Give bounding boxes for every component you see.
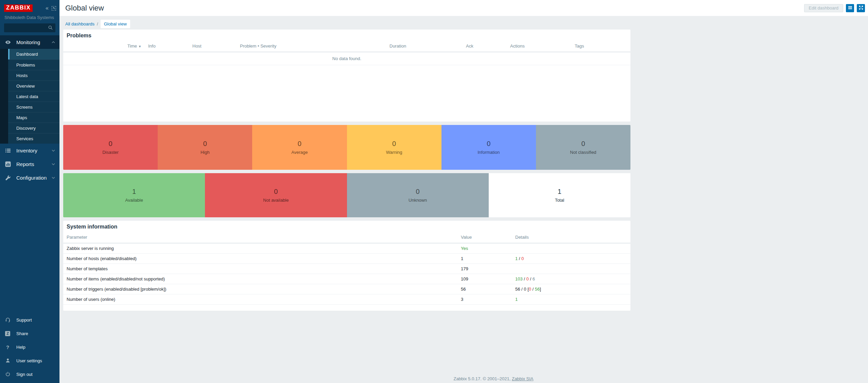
fullscreen-arrows-icon	[858, 5, 864, 11]
list-icon	[5, 147, 11, 153]
sidebar-item-user-settings[interactable]: User settings	[0, 354, 59, 367]
severity-label: Information	[478, 150, 500, 155]
sidebar-item-help[interactable]: ?Help	[0, 340, 59, 354]
details-cell: 103 / 0 / 6	[512, 274, 630, 284]
column-header-actions: Actions	[507, 40, 571, 52]
chevron-up-icon	[52, 41, 55, 43]
sidebar-item-label: Screens	[16, 105, 33, 110]
column-header-info: Info	[145, 40, 189, 52]
sidebar-section-header-inventory[interactable]: Inventory	[0, 144, 59, 157]
availability-block-total: 1Total	[489, 173, 630, 217]
sidebar-section-header-configuration[interactable]: Configuration	[0, 171, 59, 184]
sidebar-section-header-monitoring[interactable]: Monitoring	[0, 35, 59, 49]
sidebar-section-label: Monitoring	[16, 39, 40, 45]
value-cell: 3	[457, 294, 512, 305]
headset-icon	[5, 317, 11, 323]
main-menu: MonitoringDashboardProblemsHostsOverview…	[0, 35, 59, 184]
submenu-monitoring: DashboardProblemsHostsOverviewLatest dat…	[0, 49, 59, 144]
sidebar-item-maps[interactable]: Maps	[0, 112, 59, 123]
parameter-cell: Number of hosts (enabled/disabled)	[63, 254, 457, 264]
server-name: Shibboleth Data Systems	[4, 15, 55, 20]
sidebar-section-header-reports[interactable]: Reports	[0, 157, 59, 171]
table-row: Number of items (enabled/disabled/not su…	[63, 274, 630, 284]
table-row: Number of hosts (enabled/disabled)11 / 0	[63, 254, 630, 264]
sidebar-item-label: Support	[16, 317, 32, 323]
sidebar-item-label: Discovery	[16, 126, 36, 131]
edit-dashboard-button[interactable]: Edit dashboard	[804, 4, 843, 12]
system-information-widget: System information Parameter Value Detai…	[63, 221, 630, 311]
column-header-time[interactable]: Time▼	[63, 40, 145, 52]
severity-count: 0	[109, 140, 112, 148]
severity-block-not-classified: 0Not classified	[536, 125, 630, 170]
sidebar-item-services[interactable]: Services	[0, 133, 59, 144]
availability-block-available: 1Available	[63, 173, 205, 217]
no-data-message: No data found.	[63, 52, 630, 65]
severity-count: 0	[298, 140, 301, 148]
problems-by-severity-widget: 0Disaster0High0Average0Warning0Informati…	[63, 125, 630, 170]
severity-block-disaster: 0Disaster	[63, 125, 158, 170]
sidebar-item-discovery[interactable]: Discovery	[0, 123, 59, 133]
question-icon: ?	[5, 344, 11, 350]
power-icon	[5, 371, 11, 377]
sidebar-item-hosts[interactable]: Hosts	[0, 70, 59, 80]
severity-block-average: 0Average	[252, 125, 347, 170]
search-icon[interactable]	[48, 25, 53, 30]
sidebar-footer-menu: SupportZShare?HelpUser settingsSign out	[0, 313, 59, 381]
sidebar-item-share[interactable]: ZShare	[0, 327, 59, 340]
page-header: Global view Edit dashboard	[59, 0, 868, 16]
details-cell	[512, 243, 630, 254]
problems-table: Time▼InfoHostProblem • SeverityDurationA…	[63, 40, 630, 65]
kiosk-mode-button[interactable]	[857, 4, 865, 12]
footer-version-text: Zabbix 5.0.17. © 2001–2021,	[453, 376, 511, 381]
sidebar-item-overview[interactable]: Overview	[0, 80, 59, 91]
zabbix-sia-link[interactable]: Zabbix SIA	[512, 376, 534, 381]
sidebar-item-problems[interactable]: Problems	[0, 59, 59, 70]
column-header-value: Value	[457, 232, 512, 243]
page-title: Global view	[65, 4, 104, 13]
chevron-down-icon	[52, 149, 55, 152]
page-footer: Zabbix 5.0.17. © 2001–2021, Zabbix SIA	[119, 376, 868, 381]
breadcrumb-current[interactable]: Global view	[101, 20, 130, 28]
table-row: No data found.	[63, 52, 630, 65]
sidebar-item-dashboard[interactable]: Dashboard	[0, 49, 59, 59]
sidebar-item-screens[interactable]: Screens	[0, 102, 59, 112]
collapse-sidebar-icon[interactable]: «	[46, 6, 49, 10]
parameter-cell: Number of templates	[63, 264, 457, 274]
zabbix-logo[interactable]: ZABBIX	[4, 4, 33, 12]
sidebar-item-label: Services	[16, 136, 33, 141]
sidebar-item-label: Sign out	[16, 372, 33, 377]
sidebar-item-label: Hosts	[16, 73, 28, 78]
table-row: Number of triggers (enabled/disabled [pr…	[63, 284, 630, 294]
sidebar-section-monitoring: MonitoringDashboardProblemsHostsOverview…	[0, 35, 59, 144]
sidebar-item-label: Overview	[16, 84, 35, 89]
breadcrumb-all-dashboards[interactable]: All dashboards	[65, 21, 94, 26]
details-cell: 1	[512, 294, 630, 305]
sidebar-item-sign-out[interactable]: Sign out	[0, 367, 59, 381]
sidebar-item-label: Problems	[16, 62, 35, 68]
column-header-duration: Duration	[386, 40, 463, 52]
dashboard-list-button[interactable]	[846, 4, 854, 12]
severity-block-information: 0Information	[441, 125, 536, 170]
logo-row: ZABBIX «	[4, 4, 56, 12]
parameter-cell: Zabbix server is running	[63, 243, 457, 254]
availability-label: Total	[555, 198, 564, 203]
breadcrumb-separator: /	[97, 21, 98, 26]
sidebar-item-label: Help	[16, 345, 25, 350]
user-icon	[5, 358, 11, 364]
availability-count: 0	[416, 188, 420, 196]
hide-sidebar-icon[interactable]	[52, 6, 56, 11]
parameter-cell: Number of users (online)	[63, 294, 457, 305]
sidebar-section-reports: Reports	[0, 157, 59, 171]
header-actions: Edit dashboard	[804, 4, 865, 12]
sidebar-item-support[interactable]: Support	[0, 313, 59, 327]
sidebar-item-latest-data[interactable]: Latest data	[0, 91, 59, 102]
bar-chart-icon	[5, 161, 11, 167]
wrench-icon	[5, 175, 11, 181]
value-cell: 109	[457, 274, 512, 284]
availability-block-not-available: 0Not available	[205, 173, 347, 217]
host-availability-widget: 1Available0Not available0Unknown1Total	[63, 173, 630, 217]
share-icon: Z	[5, 331, 11, 336]
value-cell: 56	[457, 284, 512, 294]
breadcrumb: All dashboards / Global view	[65, 19, 868, 28]
severity-label: Disaster	[102, 150, 119, 155]
